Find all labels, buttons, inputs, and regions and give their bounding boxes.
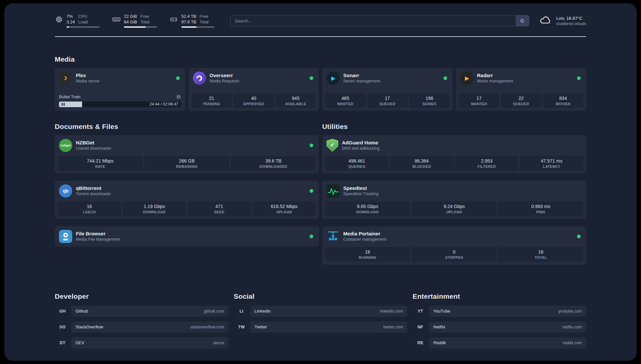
disk-total-value: 97.9 TB (181, 19, 196, 25)
status-dot (310, 144, 313, 147)
adguard-service-link[interactable]: ✔ AdGuard Home DNS and adblocking (325, 138, 583, 153)
stat-downloaded: 39.6 TB DOWNLOADED (231, 156, 316, 170)
bookmark-url: twitter.com (383, 325, 403, 329)
playback-controls: 24:44 / 02:06:47 (59, 102, 181, 107)
bookmark-abbr: TW (234, 321, 249, 333)
section-title-documents: Documents & Files (55, 123, 319, 131)
plex-icon: › (59, 72, 72, 85)
ram-usage-fill (124, 26, 146, 28)
speedtest-wave-icon (326, 184, 340, 197)
disk-free-value: 52.4 TB (181, 14, 196, 19)
stat-running: 16 RUNNING (325, 247, 410, 261)
overseerr-service-link[interactable]: Overseerr Media Requests (192, 71, 316, 85)
section-title-developer: Developer (55, 292, 229, 300)
portainer-crane-icon (326, 230, 340, 243)
bookmark-name: Twitter (255, 324, 267, 329)
weather-location-temp: Lviv, 16.87°C (556, 16, 586, 21)
service-card-sonarr: ▶ Sonarr Series management 485 WANTED 17 (322, 68, 453, 111)
filebrowser-service-link[interactable]: File Browser Media File Management (58, 229, 316, 244)
ram-total-label: Total (140, 19, 149, 25)
settings-gear-icon[interactable] (176, 94, 181, 99)
service-card-adguard: ✔ AdGuard Home DNS and adblocking 498,46… (322, 135, 586, 173)
nzbget-service-link[interactable]: nzbget NZBGet Usenet downloader (58, 138, 316, 153)
bookmark-name: Netflix (433, 324, 445, 329)
search-provider-button[interactable]: G (516, 15, 529, 26)
service-card-portainer: Media Portainer Container management 16 … (322, 226, 586, 264)
cpu-widget: 7% 3.24 CPU Load (55, 14, 100, 28)
bookmark-name: LinkedIn (255, 309, 271, 314)
stat-movies: 834 MOVIES (543, 93, 584, 108)
service-name: Plex (76, 73, 100, 79)
service-subtitle: Container management (343, 237, 386, 242)
bookmark-url: github.com (204, 309, 224, 314)
cpu-icon (55, 15, 63, 24)
bookmark-url: netflix.com (562, 325, 582, 329)
pause-icon[interactable] (62, 103, 65, 106)
qbittorrent-service-link[interactable]: qb qBittorrent Torrent downloader (58, 184, 316, 198)
search-bar: G (230, 15, 529, 26)
disk-usage-bar (181, 26, 214, 28)
bookmark-row-linkedin[interactable]: LI LinkedIn linkedin.com (234, 306, 408, 317)
stat-ping: 0.993 ms PING (498, 201, 583, 216)
ram-usage-bar (124, 26, 157, 28)
stat-total: 16 TOTAL (498, 247, 583, 261)
stat-wanted: 17 WANTED (459, 93, 500, 108)
bookmark-row-reddit[interactable]: RE Reddit reddit.com (412, 337, 586, 349)
cpu-usage-bar (67, 26, 100, 28)
disk-widget: 52.4 TB 97.9 TB Free Total (169, 14, 214, 28)
dashboard-screen: 7% 3.24 CPU Load (0, 0, 641, 364)
service-subtitle: DNS and adblocking (342, 146, 380, 151)
status-dot (577, 235, 581, 238)
stat-stopped: 0 STOPPED (412, 247, 497, 261)
stat-leech: 16 LEECH (58, 201, 121, 216)
ram-icon (112, 15, 121, 24)
stat-rate: 744.21 Mbps RATE (58, 156, 143, 170)
weather-widget[interactable]: Lviv, 16.87°C scattered clouds (539, 15, 586, 26)
service-name: File Browser (76, 231, 120, 237)
service-subtitle: Movie management (477, 79, 513, 84)
stat-download: 1.19 Gbps DOWNLOAD (123, 201, 186, 216)
status-dot (310, 189, 313, 193)
plex-service-link[interactable]: › Plex Media server (58, 71, 182, 85)
playback-progress-bar[interactable]: 24:44 / 02:06:47 (59, 102, 181, 107)
radarr-service-link[interactable]: ▶ Radarr Movie management (459, 71, 584, 85)
service-card-overseerr: Overseerr Media Requests 21 PENDING 40 A… (189, 68, 319, 111)
service-subtitle: Torrent downloader (76, 192, 111, 197)
sonarr-service-link[interactable]: ▶ Sonarr Series management (325, 71, 450, 85)
section-title-media: Media (55, 55, 586, 63)
service-card-radarr: ▶ Radarr Movie management 17 WANTED 22 (456, 68, 587, 111)
service-card-speedtest: Speedtest Speedtest Tracking 9.65 Gbps D… (322, 181, 586, 219)
search-input[interactable] (230, 15, 529, 26)
portainer-service-link[interactable]: Media Portainer Container management (325, 229, 583, 244)
service-subtitle: Media File Management (76, 237, 120, 242)
bookmark-url: youtube.com (558, 309, 582, 314)
service-subtitle: Series management (343, 79, 380, 84)
bookmark-row-twitter[interactable]: TW Twitter twitter.com (234, 321, 408, 333)
weather-condition: scattered clouds (556, 21, 586, 26)
bookmark-row-stackoverflow[interactable]: SO StackOverflow stackoverflow.com (55, 321, 229, 333)
speedtest-service-link[interactable]: Speedtest Speedtest Tracking (325, 184, 583, 198)
service-card-plex: › Plex Media server Bullet Train (55, 68, 185, 111)
service-subtitle: Media Requests (210, 79, 239, 84)
bookmark-name: YouTube (433, 309, 450, 314)
stat-upload: 618.52 Mbps UPLOAD (253, 201, 316, 216)
bookmark-abbr: GH (55, 306, 70, 317)
bookmark-row-netflix[interactable]: NF Netflix netflix.com (412, 321, 586, 333)
status-dot (577, 76, 581, 80)
stat-filtered: 2,953 FILTERED (455, 156, 518, 170)
stat-approved: 40 APPROVED (233, 93, 274, 108)
playback-time: 24:44 / 02:06:47 (150, 102, 178, 107)
status-dot (176, 76, 180, 80)
service-name: Radarr (477, 73, 513, 79)
ram-total-value: 64 GiB (124, 19, 137, 25)
status-dot (310, 235, 313, 238)
section-documents: Documents & Files nzbget NZBGet Usenet d… (55, 123, 319, 272)
stat-wanted: 485 WANTED (325, 93, 366, 108)
bookmark-row-dev[interactable]: DT DEV dev.to (55, 337, 229, 349)
bookmark-row-youtube[interactable]: YT YouTube youtube.com (412, 306, 586, 317)
bookmark-row-github[interactable]: GH Github github.com (55, 306, 229, 317)
plex-chevron-glyph: › (64, 73, 67, 82)
cpu-usage-fill (67, 26, 69, 28)
bookmark-abbr: LI (234, 306, 249, 317)
service-name: Media Portainer (343, 231, 386, 237)
